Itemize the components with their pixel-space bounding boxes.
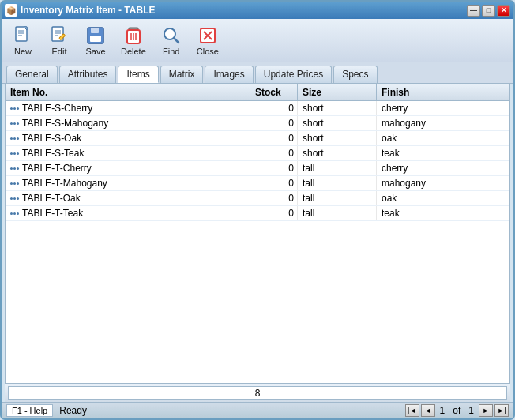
cell-item-no: TABLE-T-Oak [6,191,250,205]
table-body: TABLE-S-Cherry 0 short cherry TABLE-S-Ma… [6,101,509,383]
col-finish: Finish [377,84,509,100]
toolbar: NewEditSaveDeleteFindClose [2,19,513,62]
cell-finish: teak [377,146,509,160]
row-dots-icon [10,167,19,170]
content-area: Item No. Stock Size Finish TABLE-S-Cherr… [5,84,510,384]
status-bar: F1 - Help Ready |◄ ◄ 1 of 1 ► ►| [2,402,513,418]
tab-general[interactable]: General [6,66,58,83]
row-dots-icon [10,197,19,200]
save-button[interactable]: Save [79,22,112,58]
cell-size: short [298,146,377,160]
title-bar-left: 📦 Inventory Matrix Item - TABLE [5,4,155,17]
cell-size: short [298,101,377,115]
window-close-button[interactable]: ✕ [497,5,510,17]
window-icon: 📦 [5,4,17,17]
table-row[interactable]: TABLE-T-Cherry 0 tall cherry [6,161,509,176]
cell-stock: 0 [250,191,298,205]
cell-stock: 0 [250,161,298,175]
page-total: 1 [465,405,477,416]
help-button[interactable]: F1 - Help [6,404,53,417]
nav-next-button[interactable]: ► [479,404,493,417]
main-window: 📦 Inventory Matrix Item - TABLE — □ ✕ Ne… [0,0,515,420]
cell-size: tall [298,191,377,205]
cell-finish: cherry [377,161,509,175]
new-button[interactable]: New [6,22,39,58]
find-button[interactable]: Find [155,22,188,58]
new-icon [12,24,34,47]
row-dots-icon [10,182,19,185]
svg-rect-0 [16,27,27,41]
delete-icon [122,24,145,47]
cell-item-no: TABLE-T-Cherry [6,161,250,175]
table-row[interactable]: TABLE-S-Oak 0 short oak [6,131,509,146]
edit-button[interactable]: Edit [43,22,76,58]
cell-size: tall [298,206,377,220]
col-item-no: Item No. [6,84,250,100]
cell-stock: 0 [250,206,298,220]
cell-finish: oak [377,191,509,205]
tab-attributes[interactable]: Attributes [59,66,117,83]
page-current: 1 [437,405,449,416]
row-dots-icon [10,137,19,140]
page-of: of [449,405,464,416]
cell-finish: mahogany [377,116,509,130]
record-count-bar: 8 [5,384,510,402]
edit-icon [48,24,70,47]
svg-rect-12 [90,36,101,42]
tab-items[interactable]: Items [118,66,158,83]
cell-size: short [298,116,377,130]
cell-finish: teak [377,206,509,220]
tab-specs[interactable]: Specs [333,66,377,83]
cell-stock: 0 [250,146,298,160]
nav-last-button[interactable]: ►| [494,404,509,417]
row-dots-icon [10,122,19,125]
close-icon [197,24,219,47]
table-header: Item No. Stock Size Finish [6,84,509,101]
close-button[interactable]: Close [191,22,224,58]
cell-finish: oak [377,131,509,145]
table-row[interactable]: TABLE-T-Oak 0 tall oak [6,191,509,206]
cell-item-no: TABLE-S-Teak [6,146,250,160]
save-icon [85,24,107,47]
col-stock: Stock [250,84,298,100]
row-dots-icon [10,212,19,215]
find-icon [160,24,182,47]
status-text: Ready [59,405,398,416]
table-row[interactable]: TABLE-S-Teak 0 short teak [6,146,509,161]
maximize-button[interactable]: □ [482,5,495,17]
table-row[interactable]: TABLE-T-Teak 0 tall teak [6,206,509,221]
title-bar: 📦 Inventory Matrix Item - TABLE — □ ✕ [2,2,513,19]
tabs-bar: GeneralAttributesItemsMatrixImagesUpdate… [2,62,513,84]
tab-images[interactable]: Images [205,66,253,83]
cell-size: short [298,131,377,145]
tab-update-prices[interactable]: Update Prices [255,66,332,83]
nav-prev-button[interactable]: ◄ [421,404,435,417]
svg-rect-11 [91,28,99,33]
minimize-button[interactable]: — [467,5,480,17]
record-count: 8 [8,386,507,400]
cell-stock: 0 [250,131,298,145]
svg-line-19 [174,38,179,43]
cell-item-no: TABLE-S-Cherry [6,101,250,115]
cell-size: tall [298,176,377,190]
nav-buttons: |◄ ◄ 1 of 1 ► ►| [405,404,509,417]
table-row[interactable]: TABLE-S-Mahogany 0 short mahogany [6,116,509,131]
table-row[interactable]: TABLE-T-Mahogany 0 tall mahogany [6,176,509,191]
tab-matrix[interactable]: Matrix [160,66,204,83]
nav-first-button[interactable]: |◄ [405,404,419,417]
cell-stock: 0 [250,176,298,190]
cell-item-no: TABLE-T-Mahogany [6,176,250,190]
cell-stock: 0 [250,116,298,130]
title-buttons: — □ ✕ [467,5,510,17]
row-dots-icon [10,107,19,110]
cell-finish: mahogany [377,176,509,190]
cell-item-no: TABLE-T-Teak [6,206,250,220]
cell-stock: 0 [250,101,298,115]
cell-size: tall [298,161,377,175]
table-row[interactable]: TABLE-S-Cherry 0 short cherry [6,101,509,116]
window-title: Inventory Matrix Item - TABLE [21,5,155,16]
cell-item-no: TABLE-S-Mahogany [6,116,250,130]
cell-item-no: TABLE-S-Oak [6,131,250,145]
col-size: Size [298,84,377,100]
delete-button[interactable]: Delete [115,22,152,58]
